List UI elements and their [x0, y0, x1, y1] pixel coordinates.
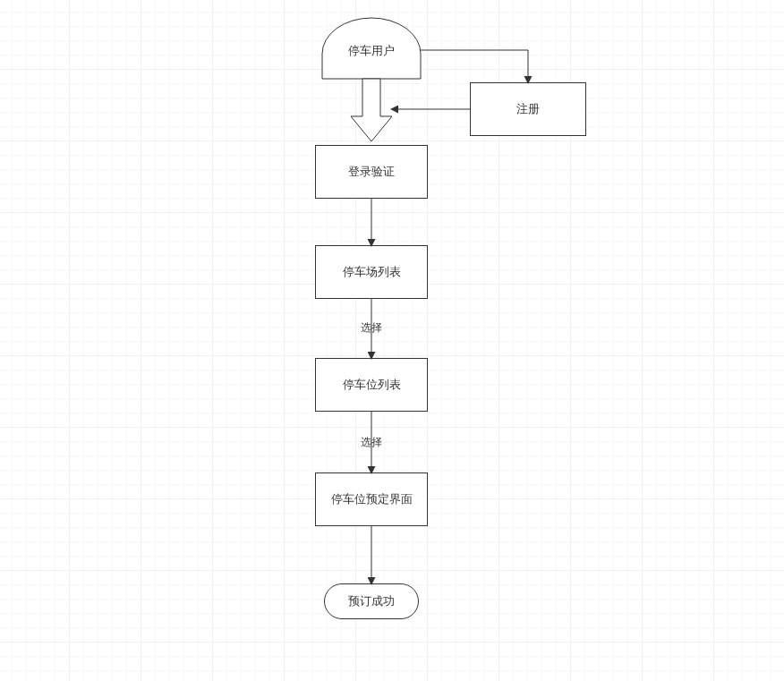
flowchart-canvas: 停车用户 注册 登录验证 停车场列表 停车位列表 停车位预定界面 预订成功	[0, 0, 784, 681]
login-label: 登录验证	[348, 164, 395, 180]
start-shape	[0, 0, 268, 134]
register-node: 注册	[470, 82, 586, 136]
register-label: 注册	[516, 101, 540, 117]
block-arrow	[0, 0, 268, 134]
lotlist-label: 停车场列表	[343, 264, 401, 280]
login-node: 登录验证	[315, 145, 428, 199]
spotlist-node: 停车位列表	[315, 358, 428, 412]
start-node: 停车用户	[322, 23, 421, 79]
edges	[0, 0, 268, 134]
success-label: 预订成功	[348, 593, 395, 609]
lotlist-node: 停车场列表	[315, 245, 428, 299]
booking-label: 停车位预定界面	[331, 491, 413, 507]
success-node: 预订成功	[324, 583, 419, 619]
spotlist-label: 停车位列表	[343, 377, 401, 393]
edge-label-select2: 选择	[361, 435, 382, 450]
start-label: 停车用户	[348, 43, 395, 59]
edge-label-select1: 选择	[361, 320, 382, 336]
booking-node: 停车位预定界面	[315, 472, 428, 526]
